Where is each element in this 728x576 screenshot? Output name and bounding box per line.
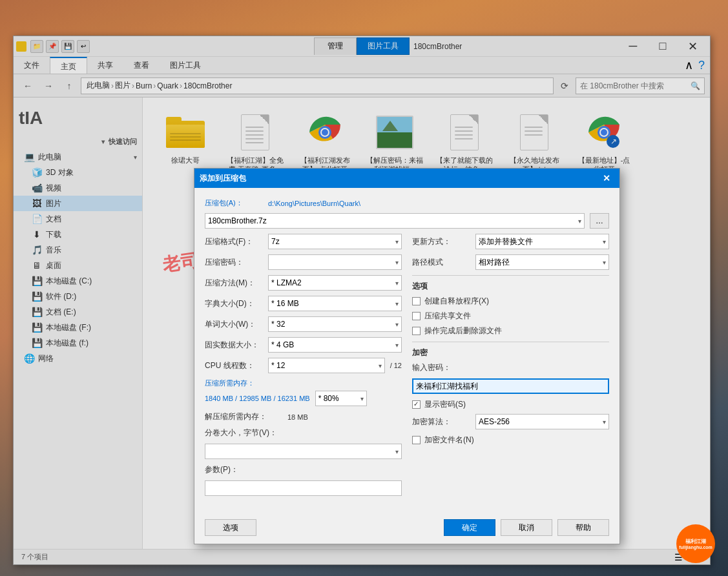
logo-line1: 福利江湖: [685, 538, 706, 545]
path-mode-row: 路径模式 相对路径 ▾: [412, 254, 609, 270]
mem-label: 压缩所需内存：: [205, 378, 255, 388]
method-select[interactable]: * LZMA2 ▾: [268, 275, 402, 291]
mem-pct-value: * 80%: [318, 394, 339, 403]
solid-arrow-icon: ▾: [395, 342, 399, 349]
path-mode-arrow-icon: ▾: [603, 259, 606, 266]
cpu-select[interactable]: * 12 ▾: [268, 358, 385, 373]
show-pwd-checkbox[interactable]: [412, 400, 421, 409]
cpu-row: CPU 线程数： * 12 ▾ / 12: [205, 358, 402, 373]
volume-row: 分卷大小，字节(V)：: [205, 427, 402, 438]
dialog-title-text: 添加到压缩包: [200, 173, 599, 184]
dropdown-arrow-icon: ▾: [578, 218, 581, 225]
encrypt-method-row: 加密算法： AES-256 ▾: [412, 414, 609, 429]
path-value: d:\Kong\Pictures\Burn\Quark\: [268, 200, 360, 207]
cpu-total: / 12: [390, 362, 402, 369]
word-row: 单词大小(W)： * 32 ▾: [205, 316, 402, 332]
opt3-row: 操作完成后删除源文件: [412, 325, 609, 336]
show-pwd-row: 显示密码(S): [412, 399, 609, 410]
opt2-row: 压缩共享文件: [412, 311, 609, 322]
update-arrow-icon: ▾: [603, 238, 606, 245]
show-pwd-label: 显示密码(S): [424, 399, 466, 410]
right-col: 更新方式： 添加并替换文件 ▾ 路径模式 相对路径 ▾ 选项: [412, 234, 609, 501]
params-input-row: [205, 480, 402, 496]
opt2-label: 压缩共享文件: [424, 311, 471, 322]
opt2-checkbox[interactable]: [412, 312, 421, 320]
encrypt-names-checkbox[interactable]: [412, 436, 421, 444]
password-row: 压缩密码： ▾: [205, 254, 402, 270]
params-input[interactable]: [205, 480, 402, 496]
path-mode-select[interactable]: 相对路径 ▾: [475, 254, 609, 270]
password-arrow-icon: ▾: [395, 259, 399, 266]
cpu-value: * 12: [271, 361, 285, 370]
solid-row: 固实数据大小： * 4 GB ▾: [205, 337, 402, 353]
params-label: 参数(P)：: [205, 464, 263, 475]
update-select[interactable]: 添加并替换文件 ▾: [475, 234, 609, 249]
path-label: 压缩包(A)：: [205, 198, 263, 208]
mem-row: 压缩所需内存：: [205, 378, 402, 388]
dict-value: * 16 MB: [271, 299, 299, 308]
word-value: * 32: [271, 320, 285, 329]
main-buttons: 确定 取消 帮助: [444, 519, 609, 536]
compress-dialog: 添加到压缩包 ✕ 压缩包(A)： d:\Kong\Pictures\Burn\Q…: [194, 168, 620, 544]
dict-select[interactable]: * 16 MB ▾: [268, 296, 402, 311]
left-col: 压缩格式(F)： 7z ▾ 压缩密码： ▾ 压缩方法(M)：: [205, 234, 402, 501]
archive-name-select[interactable]: 180cmBrother.7z ▾: [205, 213, 585, 229]
format-select[interactable]: 7z ▾: [268, 234, 402, 249]
word-label: 单词大小(W)：: [205, 319, 263, 330]
two-col-section: 压缩格式(F)： 7z ▾ 压缩密码： ▾ 压缩方法(M)：: [205, 234, 609, 501]
cancel-button[interactable]: 取消: [501, 519, 552, 536]
solid-label: 固实数据大小：: [205, 340, 263, 351]
dict-arrow-icon: ▾: [395, 300, 399, 307]
logo-line2: fulijianghu.com: [679, 545, 712, 550]
password-input-row: 输入密码：: [412, 362, 609, 373]
update-row: 更新方式： 添加并替换文件 ▾: [412, 234, 609, 249]
password-field[interactable]: [412, 378, 609, 394]
divider1: [412, 275, 609, 276]
ok-button[interactable]: 确定: [444, 519, 495, 536]
mem-value-row: 1840 MB / 12985 MB / 16231 MB * 80% ▾: [205, 391, 402, 406]
method-label: 压缩方法(M)：: [205, 278, 263, 289]
mem-pct-select[interactable]: * 80% ▾: [315, 391, 367, 406]
format-label: 压缩格式(F)：: [205, 236, 263, 247]
word-select[interactable]: * 32 ▾: [268, 316, 402, 332]
dialog-button-area: 选项 确定 取消 帮助: [194, 517, 619, 544]
opt1-checkbox[interactable]: [412, 297, 421, 305]
encrypt-names-row: 加密文件名(N): [412, 435, 609, 446]
path-row: 压缩包(A)： d:\Kong\Pictures\Burn\Quark\: [205, 198, 609, 208]
opt3-label: 操作完成后删除源文件: [424, 325, 502, 336]
dialog-close-button[interactable]: ✕: [599, 170, 614, 186]
password-input-label: 输入密码：: [412, 362, 470, 373]
archive-name-row: 180cmBrother.7z ▾ …: [205, 213, 609, 229]
update-label: 更新方式：: [412, 236, 470, 247]
options-button[interactable]: 选项: [205, 519, 256, 536]
encrypt-method-select[interactable]: AES-256 ▾: [475, 414, 609, 429]
logo-badge: 福利江湖 fulijianghu.com: [676, 524, 715, 563]
help-button[interactable]: 帮助: [557, 519, 609, 536]
update-value: 添加并替换文件: [479, 236, 533, 247]
encrypt-section-label: 加密: [412, 347, 609, 358]
decomp-label: 解压缩所需内存：: [205, 411, 282, 422]
dict-label: 字典大小(D)：: [205, 298, 263, 309]
volume-select[interactable]: ▾: [205, 444, 402, 459]
opt1-label: 创建自释放程序(X): [424, 296, 489, 307]
cpu-arrow-icon: ▾: [379, 362, 382, 369]
archive-name-text: 180cmBrother.7z: [208, 216, 267, 225]
encrypt-method-value: AES-256: [479, 417, 510, 426]
solid-select[interactable]: * 4 GB ▾: [268, 337, 402, 353]
browse-button[interactable]: …: [590, 213, 609, 229]
format-row: 压缩格式(F)： 7z ▾: [205, 234, 402, 249]
format-arrow-icon: ▾: [395, 238, 399, 245]
options-section-label: 选项: [412, 281, 609, 292]
word-arrow-icon: ▾: [395, 321, 399, 328]
params-row: 参数(P)：: [205, 464, 402, 475]
opt3-checkbox[interactable]: [412, 327, 421, 335]
dict-row: 字典大小(D)： * 16 MB ▾: [205, 296, 402, 311]
volume-arrow-icon: ▾: [395, 448, 399, 455]
decomp-value: 18 MB: [287, 413, 308, 421]
password-field-row: [412, 378, 609, 394]
password-select[interactable]: ▾: [268, 254, 402, 270]
dialog-title-bar: 添加到压缩包 ✕: [194, 169, 619, 188]
path-mode-value: 相对路径: [479, 257, 510, 268]
compress-pwd-label: 压缩密码：: [205, 257, 263, 268]
method-row: 压缩方法(M)： * LZMA2 ▾: [205, 275, 402, 291]
